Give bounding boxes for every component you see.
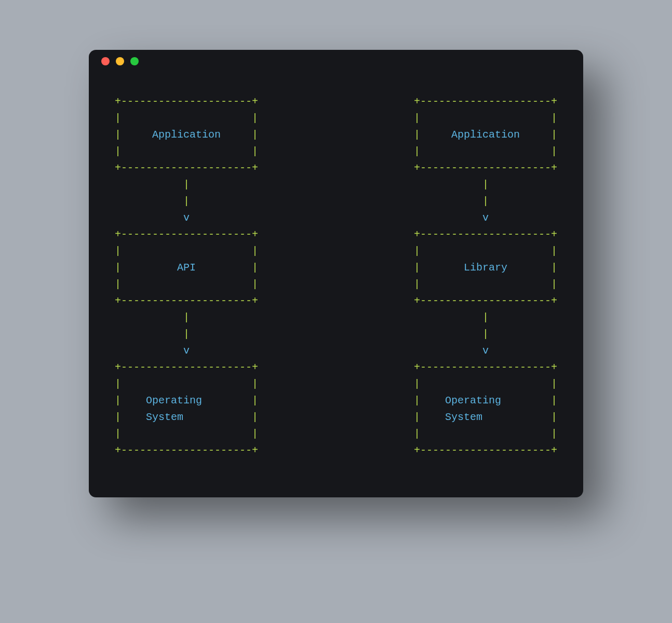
left-arrow-0: v [183,212,190,224]
right-box-2-line2: System [445,411,482,423]
left-box-1-label: API [177,262,196,274]
right-box-0-label: Application [451,129,520,141]
right-arrow-0: v [482,212,489,224]
right-column: +---------------------+ | | | Applicatio… [414,93,557,459]
titlebar [89,50,583,73]
minimize-icon[interactable] [116,57,124,65]
left-box-0-label: Application [152,129,221,141]
left-box-2-line2: System [146,411,183,423]
zoom-icon[interactable] [130,57,139,65]
left-box-2-line1: Operating [146,395,202,407]
right-box-2-line1: Operating [445,395,501,407]
diagram-content: +---------------------+ | | | Applicatio… [89,73,583,475]
right-box-1-label: Library [464,262,507,274]
close-icon[interactable] [101,57,110,65]
left-column: +---------------------+ | | | Applicatio… [115,93,258,459]
left-arrow-1: v [183,345,190,357]
terminal-window: +---------------------+ | | | Applicatio… [89,50,583,497]
right-arrow-1: v [482,345,489,357]
